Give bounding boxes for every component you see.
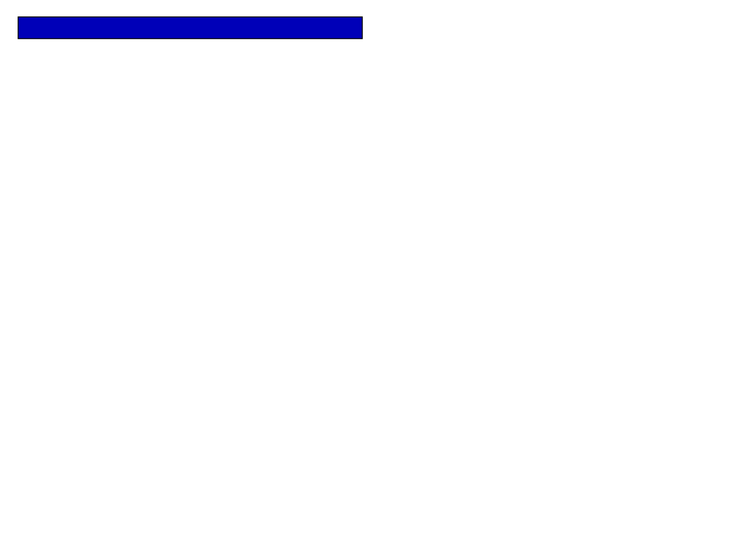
architecture-diagram: [0, 0, 756, 541]
left-box-header: [18, 17, 362, 39]
